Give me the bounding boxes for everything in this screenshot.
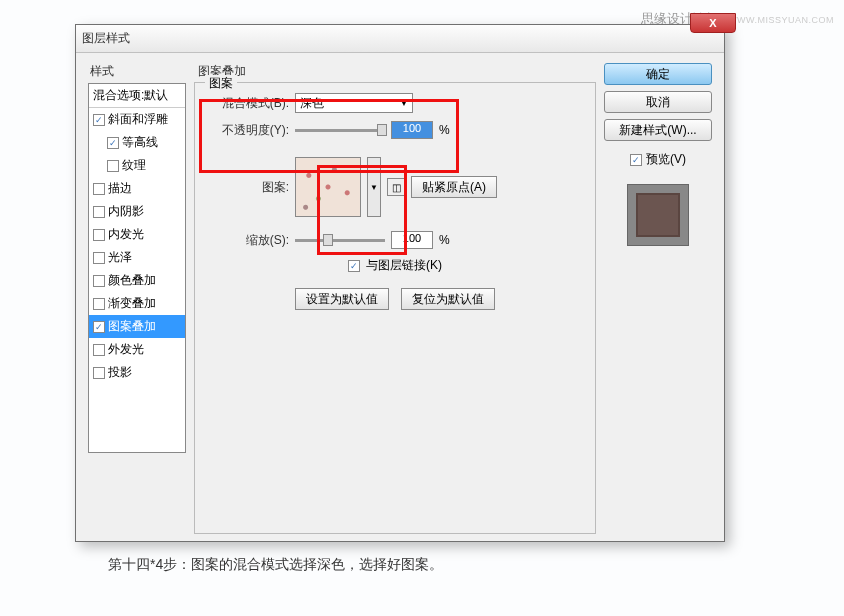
slider-thumb-icon[interactable] — [323, 234, 333, 246]
close-button[interactable]: X — [690, 13, 736, 33]
checkbox-icon[interactable] — [107, 137, 119, 149]
style-gradient-overlay[interactable]: 渐变叠加 — [89, 292, 185, 315]
opacity-slider[interactable] — [295, 129, 385, 132]
watermark-sub: WWW.MISSYUAN.COM — [728, 15, 834, 25]
reset-default-button[interactable]: 复位为默认值 — [401, 288, 495, 310]
scale-row: 缩放(S): 100 % — [209, 231, 581, 249]
set-default-button[interactable]: 设置为默认值 — [295, 288, 389, 310]
style-bevel-emboss[interactable]: 斜面和浮雕 — [89, 108, 185, 131]
new-style-button[interactable]: 新建样式(W)... — [604, 119, 712, 141]
new-pattern-icon[interactable]: ◫ — [387, 178, 405, 196]
preview-checkbox-row: 预览(V) — [630, 151, 686, 168]
checkbox-icon[interactable] — [93, 206, 105, 218]
blend-mode-row: 混合模式(B): 深色 — [209, 93, 581, 113]
opacity-row: 不透明度(Y): 100 % — [209, 121, 581, 139]
titlebar[interactable]: 图层样式 X — [76, 25, 724, 53]
content-column: 图案叠加 图案 混合模式(B): 深色 不透明度(Y): 100 % 图案: — [194, 63, 596, 531]
dialog-body: 样式 混合选项:默认 斜面和浮雕 等高线 纹理 描边 内阴影 内发光 光泽 颜色… — [76, 53, 724, 541]
checkbox-icon[interactable] — [93, 367, 105, 379]
link-checkbox[interactable] — [348, 260, 360, 272]
checkbox-icon[interactable] — [93, 252, 105, 264]
snap-origin-button[interactable]: 贴紧原点(A) — [411, 176, 497, 198]
style-texture[interactable]: 纹理 — [89, 154, 185, 177]
caption-text: 第十四*4步：图案的混合模式选择深色，选择好图案。 — [108, 556, 443, 574]
style-drop-shadow[interactable]: 投影 — [89, 361, 185, 384]
layer-style-dialog: 图层样式 X 样式 混合选项:默认 斜面和浮雕 等高线 纹理 描边 内阴影 内发… — [75, 24, 725, 542]
checkbox-icon[interactable] — [93, 275, 105, 287]
styles-list: 混合选项:默认 斜面和浮雕 等高线 纹理 描边 内阴影 内发光 光泽 颜色叠加 … — [88, 83, 186, 453]
style-pattern-overlay[interactable]: 图案叠加 — [89, 315, 185, 338]
default-buttons-row: 设置为默认值 复位为默认值 — [209, 288, 581, 310]
style-outer-glow[interactable]: 外发光 — [89, 338, 185, 361]
link-label: 与图层链接(K) — [366, 257, 442, 274]
style-inner-shadow[interactable]: 内阴影 — [89, 200, 185, 223]
side-column: 确定 取消 新建样式(W)... 预览(V) — [604, 63, 712, 531]
close-icon: X — [709, 17, 716, 29]
scale-value[interactable]: 100 — [391, 231, 433, 249]
style-inner-glow[interactable]: 内发光 — [89, 223, 185, 246]
link-row: 与图层链接(K) — [209, 257, 581, 274]
styles-group-label: 样式 — [88, 63, 186, 80]
percent-label: % — [439, 233, 450, 247]
cancel-button[interactable]: 取消 — [604, 91, 712, 113]
pattern-row: 图案: ▼ ◫ 贴紧原点(A) — [209, 157, 581, 217]
pattern-label: 图案: — [209, 179, 289, 196]
blend-mode-combo[interactable]: 深色 — [295, 93, 413, 113]
ok-button[interactable]: 确定 — [604, 63, 712, 85]
opacity-value[interactable]: 100 — [391, 121, 433, 139]
style-satin[interactable]: 光泽 — [89, 246, 185, 269]
style-color-overlay[interactable]: 颜色叠加 — [89, 269, 185, 292]
dialog-title: 图层样式 — [82, 30, 130, 47]
fieldset-label: 图案 — [205, 75, 237, 92]
pattern-dropdown-icon[interactable]: ▼ — [367, 157, 381, 217]
checkbox-icon[interactable] — [93, 229, 105, 241]
preview-thumbnail — [627, 184, 689, 246]
percent-label: % — [439, 123, 450, 137]
preview-checkbox[interactable] — [630, 154, 642, 166]
styles-column: 样式 混合选项:默认 斜面和浮雕 等高线 纹理 描边 内阴影 内发光 光泽 颜色… — [88, 63, 186, 531]
opacity-label: 不透明度(Y): — [209, 122, 289, 139]
blend-mode-label: 混合模式(B): — [209, 95, 289, 112]
slider-thumb-icon[interactable] — [377, 124, 387, 136]
checkbox-icon[interactable] — [107, 160, 119, 172]
checkbox-icon[interactable] — [93, 321, 105, 333]
preview-label: 预览(V) — [646, 151, 686, 168]
scale-label: 缩放(S): — [209, 232, 289, 249]
pattern-swatch[interactable] — [295, 157, 361, 217]
section-title: 图案叠加 — [194, 63, 596, 80]
checkbox-icon[interactable] — [93, 344, 105, 356]
pattern-fieldset: 图案 混合模式(B): 深色 不透明度(Y): 100 % 图案: ▼ ◫ — [194, 82, 596, 534]
style-contour[interactable]: 等高线 — [89, 131, 185, 154]
checkbox-icon[interactable] — [93, 114, 105, 126]
scale-slider[interactable] — [295, 239, 385, 242]
checkbox-icon[interactable] — [93, 298, 105, 310]
checkbox-icon[interactable] — [93, 183, 105, 195]
style-stroke[interactable]: 描边 — [89, 177, 185, 200]
style-blend-options[interactable]: 混合选项:默认 — [89, 84, 185, 108]
